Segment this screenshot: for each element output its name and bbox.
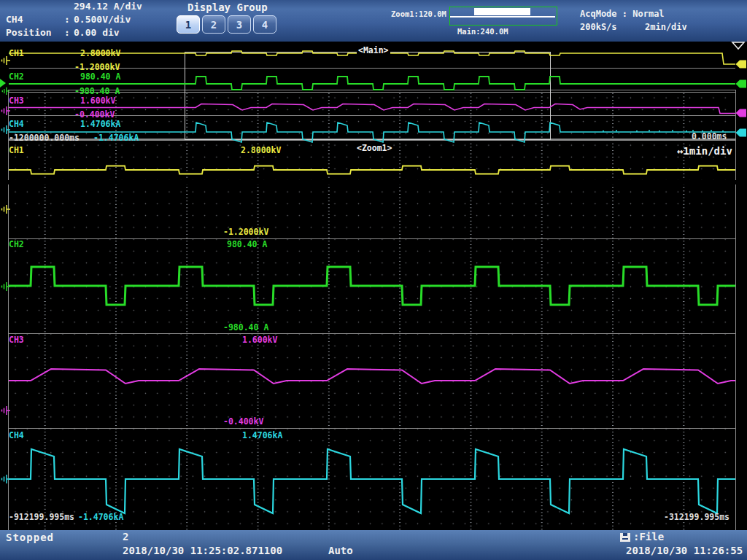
zoom-region-box[interactable] [185, 52, 551, 140]
zoom-time-left: -912199.995ms [9, 513, 74, 522]
main-record-line [450, 16, 555, 18]
trigger-timestamp: 2018/10/30 11:25:02.871100 [123, 545, 282, 556]
display-group-button-1[interactable]: 1 [177, 15, 200, 34]
zoom-ch2-ch3-separator [9, 333, 735, 334]
main-ch1-top-value: 2.8000kV [80, 49, 120, 58]
top-header-bar: 294.12 A/div CH4 : 0.500V/div Position :… [0, 0, 747, 42]
main-length-label: Main:240.0M [457, 27, 508, 36]
main-time-right: 0.000ms [692, 132, 727, 141]
main-time-left: -1200000.000ms [9, 133, 80, 143]
trigger-mode: Auto [328, 545, 353, 556]
readout-volt-scale: 0.500V/div [74, 14, 131, 27]
zoom-timebase-label: ↔1min/div [677, 145, 732, 157]
zoom1-waveform-panel [8, 184, 736, 560]
acquisition-state: Stopped [6, 532, 54, 543]
status-bar: Stopped 2 2018/10/30 11:25:02.871100 Aut… [0, 530, 747, 560]
zoom-ch1-top-value: 2.8000kV [241, 146, 281, 155]
main-panel-title: <Main> [357, 46, 390, 55]
zoom-ch4-label: CH4 [9, 431, 24, 440]
main-ch2-top-value: 980.40 A [80, 72, 120, 82]
zoom-window-bar[interactable] [474, 8, 530, 15]
main-ch1-label: CH1 [9, 49, 24, 58]
sample-rate-label: 200kS/s [580, 22, 617, 32]
readout-current-scale: 294.12 A/div [74, 1, 142, 14]
main-timebase-label: 2min/div [645, 22, 687, 32]
channel-readout: 294.12 A/div CH4 : 0.500V/div Position :… [6, 1, 142, 40]
display-group-button-4[interactable]: 4 [253, 15, 276, 34]
zoom-time-right: -312199.995ms [664, 513, 729, 522]
zoom-ch4-bottom-value: -1.4706kA [78, 513, 123, 522]
readout-channel-row: CH4 : 0.500V/div [6, 14, 142, 27]
zoom-ch3-bottom-value: -0.400kV [223, 417, 263, 427]
zoom-ch2-top-value: 980.40 A [227, 240, 267, 249]
main-ch2-label: CH2 [9, 72, 24, 82]
zoom-ch1-ch2-separator [9, 238, 735, 239]
zoom-ch1-label: CH1 [9, 146, 24, 155]
file-label: :File [633, 531, 664, 542]
zoom-ch1-bottom-value: -1.2000kV [223, 228, 268, 237]
display-group-label: Display Group [187, 1, 268, 13]
display-group-button-2[interactable]: 2 [202, 15, 225, 34]
oscilloscope-screen: 294.12 A/div CH4 : 0.500V/div Position :… [0, 0, 747, 560]
readout-channel-name: CH4 [6, 14, 64, 27]
zoom-ch3-top-value: 1.600kV [242, 335, 277, 345]
main-ch4-top-value: 1.4706kA [80, 120, 120, 129]
readout-position-row: Position : 0.00 div [6, 27, 142, 40]
readout-position-value: 0.00 div [74, 27, 120, 40]
zoom-panel-title: <Zoom1> [355, 144, 393, 153]
main-ch3-label: CH3 [9, 96, 24, 106]
zoom-ch4-top-value: 1.4706kA [242, 431, 282, 440]
clock-datetime: 2018/10/30 11:26:55 [626, 545, 743, 556]
readout-position-label: Position [6, 27, 64, 40]
main-ch3-top-value: 1.600kV [80, 96, 115, 106]
zoom-ch3-ch4-separator [9, 428, 735, 429]
display-group-button-3[interactable]: 3 [228, 15, 251, 34]
readout-scale-row: 294.12 A/div [6, 1, 142, 14]
zoom-position-indicator [449, 7, 557, 26]
trigger-count: 2 [123, 531, 128, 542]
zoom-ch2-bottom-value: -980.40 A [223, 323, 268, 332]
acq-mode-label: AcqMode : Normal [580, 9, 665, 19]
zoom1-length-label: Zoom1:120.0M [391, 9, 446, 18]
display-group-buttons: 1 2 3 4 [177, 15, 279, 34]
main-ch4-label: CH4 [9, 120, 24, 129]
zoom-ch3-label: CH3 [9, 335, 24, 345]
zoom-ch2-label: CH2 [9, 240, 24, 249]
file-disk-icon [619, 532, 632, 542]
readout-row1-label [6, 1, 64, 14]
main-ch4-bottom-value: -1.4706kA [93, 133, 139, 143]
